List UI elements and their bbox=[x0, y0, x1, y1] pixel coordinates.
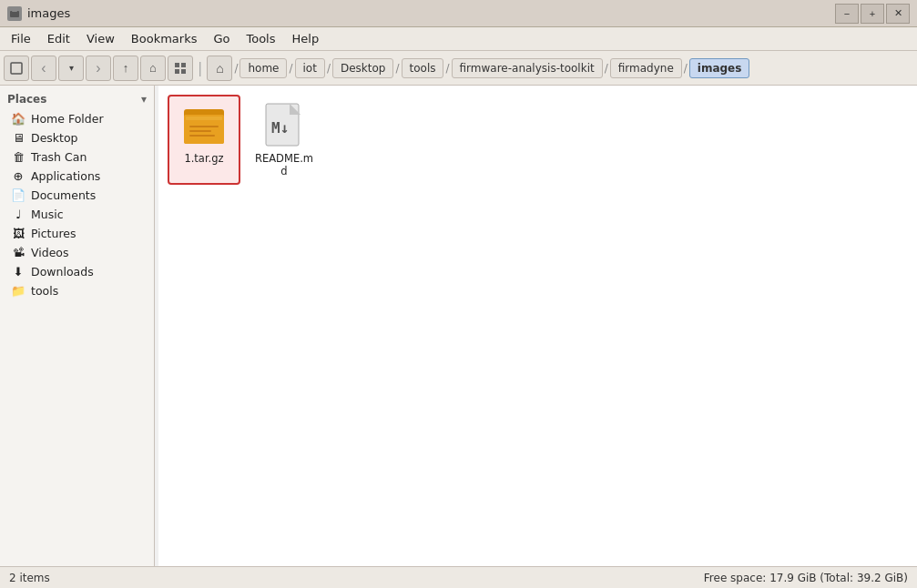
free-space: Free space: 17.9 GiB (Total: 39.2 GiB) bbox=[704, 572, 908, 584]
menu-edit[interactable]: Edit bbox=[40, 30, 77, 47]
back-dropdown-button[interactable]: ▾ bbox=[58, 56, 84, 81]
sidebar-label-applications: Applications bbox=[31, 169, 100, 183]
sidebar-toggle[interactable]: ▾ bbox=[141, 93, 147, 106]
file-icon-file-readme: M↓ bbox=[260, 102, 308, 149]
titlebar-controls: − + ✕ bbox=[835, 4, 910, 24]
breadcrumb-sep: / bbox=[233, 62, 239, 75]
sidebar-label-trash-can: Trash Can bbox=[31, 150, 87, 164]
sidebar-icon-home-folder: 🏠 bbox=[11, 112, 25, 126]
svg-rect-4 bbox=[181, 63, 186, 67]
breadcrumb-item-firmware-analysis-toolkit[interactable]: firmware-analysis-toolkit bbox=[452, 58, 603, 78]
sidebar-item-desktop[interactable]: 🖥Desktop bbox=[0, 128, 154, 147]
menu-file[interactable]: File bbox=[4, 30, 38, 47]
new-tab-button[interactable] bbox=[4, 56, 29, 81]
file-icon-file-targz bbox=[180, 102, 228, 149]
svg-rect-5 bbox=[175, 69, 179, 74]
menu-help[interactable]: Help bbox=[285, 30, 327, 47]
breadcrumb-item-images[interactable]: images bbox=[689, 58, 750, 78]
close-button[interactable]: ✕ bbox=[886, 4, 910, 24]
breadcrumb-sep: / bbox=[288, 62, 293, 75]
menu-bookmarks[interactable]: Bookmarks bbox=[124, 30, 205, 47]
sidebar-label-tools: tools bbox=[31, 284, 58, 298]
sidebar-label-home-folder: Home Folder bbox=[31, 112, 104, 126]
svg-rect-12 bbox=[189, 135, 215, 137]
sidebar-item-pictures[interactable]: 🖼Pictures bbox=[0, 224, 154, 243]
sidebar-item-trash-can[interactable]: 🗑Trash Can bbox=[0, 147, 154, 167]
statusbar: 2 items Free space: 17.9 GiB (Total: 39.… bbox=[0, 566, 917, 588]
back-button[interactable]: ‹ bbox=[31, 56, 56, 81]
sidebar-item-music[interactable]: ♩Music bbox=[0, 205, 154, 224]
toolbar: ‹ ▾ › ↑ ⌂ | ⌂/home/iot/Desktop/tools/fir… bbox=[0, 51, 917, 86]
sidebar-icon-trash-can: 🗑 bbox=[11, 150, 25, 164]
breadcrumb: ⌂/home/iot/Desktop/tools/firmware-analys… bbox=[207, 56, 913, 81]
breadcrumb-sep: / bbox=[444, 62, 450, 75]
breadcrumb-home-button[interactable]: ⌂ bbox=[207, 56, 232, 81]
breadcrumb-sep: / bbox=[604, 62, 609, 75]
file-name-file-readme: README.md bbox=[253, 152, 315, 177]
item-count: 2 items bbox=[9, 572, 50, 584]
up-button[interactable]: ↑ bbox=[113, 56, 138, 81]
sidebar-icon-applications: ⊕ bbox=[11, 169, 25, 183]
menubar: FileEditViewBookmarksGoToolsHelp bbox=[0, 27, 917, 51]
svg-rect-1 bbox=[12, 9, 17, 12]
sidebar-icon-music: ♩ bbox=[11, 208, 25, 221]
sidebar-label-documents: Documents bbox=[31, 188, 96, 202]
sidebar-icon-documents: 📄 bbox=[11, 188, 25, 202]
breadcrumb-sep: / bbox=[394, 62, 400, 75]
file-item-file-readme[interactable]: M↓ README.md bbox=[248, 95, 321, 185]
breadcrumb-sep: / bbox=[683, 62, 688, 75]
sidebar-item-documents[interactable]: 📄Documents bbox=[0, 186, 154, 205]
maximize-button[interactable]: + bbox=[861, 4, 884, 24]
file-view[interactable]: 1.tar.gz M↓ README.md bbox=[158, 86, 917, 566]
file-grid: 1.tar.gz M↓ README.md bbox=[168, 95, 908, 185]
breadcrumb-item-desktop[interactable]: Desktop bbox=[332, 58, 394, 78]
sidebar-icon-videos: 📽 bbox=[11, 246, 25, 259]
minimize-button[interactable]: − bbox=[835, 4, 859, 24]
sidebar-item-home-folder[interactable]: 🏠Home Folder bbox=[0, 109, 154, 128]
sidebar-item-tools[interactable]: 📁tools bbox=[0, 281, 154, 300]
menu-go[interactable]: Go bbox=[206, 30, 237, 47]
sidebar-item-applications[interactable]: ⊕Applications bbox=[0, 167, 154, 186]
svg-rect-11 bbox=[189, 130, 211, 132]
breadcrumb-item-iot[interactable]: iot bbox=[295, 58, 325, 78]
svg-text:M↓: M↓ bbox=[271, 119, 289, 137]
sidebar-label-videos: Videos bbox=[31, 246, 69, 259]
svg-rect-0 bbox=[10, 11, 19, 17]
menu-tools[interactable]: Tools bbox=[239, 30, 282, 47]
svg-rect-2 bbox=[11, 63, 22, 74]
sidebar-icon-downloads: ⬇ bbox=[11, 265, 25, 279]
sidebar-label-music: Music bbox=[31, 208, 64, 221]
sidebar-header: Places ▾ bbox=[0, 89, 154, 109]
sidebar-item-downloads[interactable]: ⬇Downloads bbox=[0, 262, 154, 281]
sidebar-label-desktop: Desktop bbox=[31, 131, 78, 145]
breadcrumb-sep: / bbox=[326, 62, 331, 75]
svg-rect-10 bbox=[189, 126, 219, 127]
forward-button[interactable]: › bbox=[86, 56, 111, 81]
sidebar-icon-desktop: 🖥 bbox=[11, 131, 25, 145]
sidebar-section-label: Places bbox=[7, 93, 46, 106]
file-name-file-targz: 1.tar.gz bbox=[184, 152, 223, 165]
sidebar-item-videos[interactable]: 📽Videos bbox=[0, 243, 154, 262]
breadcrumb-item-tools[interactable]: tools bbox=[402, 58, 444, 78]
menu-view[interactable]: View bbox=[79, 30, 122, 47]
breadcrumb-item-home[interactable]: home bbox=[239, 58, 287, 78]
sidebar: Places ▾ 🏠Home Folder🖥Desktop🗑Trash Can⊕… bbox=[0, 86, 155, 566]
sidebar-label-pictures: Pictures bbox=[31, 227, 76, 240]
breadcrumb-item-firmadyne[interactable]: firmadyne bbox=[610, 58, 682, 78]
toggle-view-button[interactable] bbox=[168, 56, 193, 81]
window-title: images bbox=[27, 6, 70, 20]
sidebar-label-downloads: Downloads bbox=[31, 265, 94, 279]
sidebar-icon-tools: 📁 bbox=[11, 284, 25, 298]
titlebar: images − + ✕ bbox=[0, 0, 917, 27]
sidebar-icon-pictures: 🖼 bbox=[11, 227, 25, 240]
window-icon bbox=[7, 6, 22, 21]
file-item-file-targz[interactable]: 1.tar.gz bbox=[168, 95, 240, 185]
main-content: Places ▾ 🏠Home Folder🖥Desktop🗑Trash Can⊕… bbox=[0, 86, 917, 566]
home-button[interactable]: ⌂ bbox=[140, 56, 166, 81]
titlebar-left: images bbox=[7, 6, 70, 21]
svg-rect-6 bbox=[181, 69, 186, 74]
svg-rect-9 bbox=[186, 117, 222, 120]
svg-rect-3 bbox=[175, 63, 179, 67]
